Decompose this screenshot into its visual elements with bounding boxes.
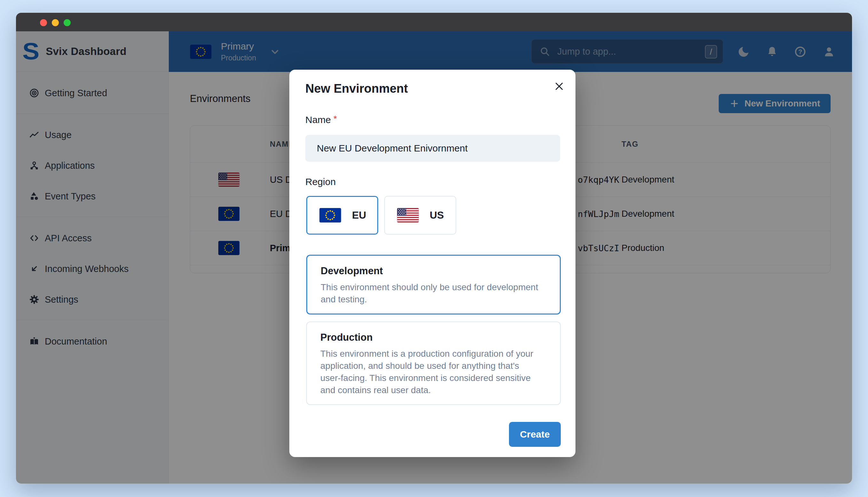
maximize-window-button[interactable] (63, 19, 71, 26)
minimize-window-button[interactable] (52, 19, 59, 26)
close-window-button[interactable] (40, 19, 47, 26)
region-code: US (430, 209, 444, 221)
close-icon (553, 81, 565, 92)
region-label: Region (305, 176, 336, 187)
env-type-title: Development (321, 265, 560, 277)
env-type-description: This environment should only be used for… (321, 281, 541, 306)
window-titlebar (16, 13, 852, 31)
name-label: Name* (305, 114, 337, 125)
env-type-title: Production (321, 332, 560, 343)
close-modal-button[interactable] (553, 80, 566, 93)
modal-title: New Environment (305, 82, 408, 96)
desktop: { "sidebar": { "brand": "Svix Dashboard"… (0, 0, 868, 497)
app-viewport: S Svix Dashboard Getting Started (16, 31, 852, 484)
env-type-option-production[interactable]: Production This environment is a product… (306, 322, 561, 405)
app-window: S Svix Dashboard Getting Started (16, 13, 852, 484)
required-asterisk: * (333, 114, 337, 124)
eu-flag-icon (319, 208, 341, 223)
environment-name-input[interactable] (305, 135, 560, 162)
us-flag-icon (397, 208, 419, 223)
region-option-us[interactable]: US (384, 196, 456, 235)
region-option-eu[interactable]: EU (306, 196, 378, 235)
env-type-option-development[interactable]: Development This environment should only… (306, 255, 561, 314)
env-type-description: This environment is a production configu… (321, 348, 541, 396)
create-button[interactable]: Create (509, 422, 561, 447)
region-code: EU (352, 209, 366, 221)
new-environment-modal: New Environment Name* Region EU (289, 70, 575, 457)
